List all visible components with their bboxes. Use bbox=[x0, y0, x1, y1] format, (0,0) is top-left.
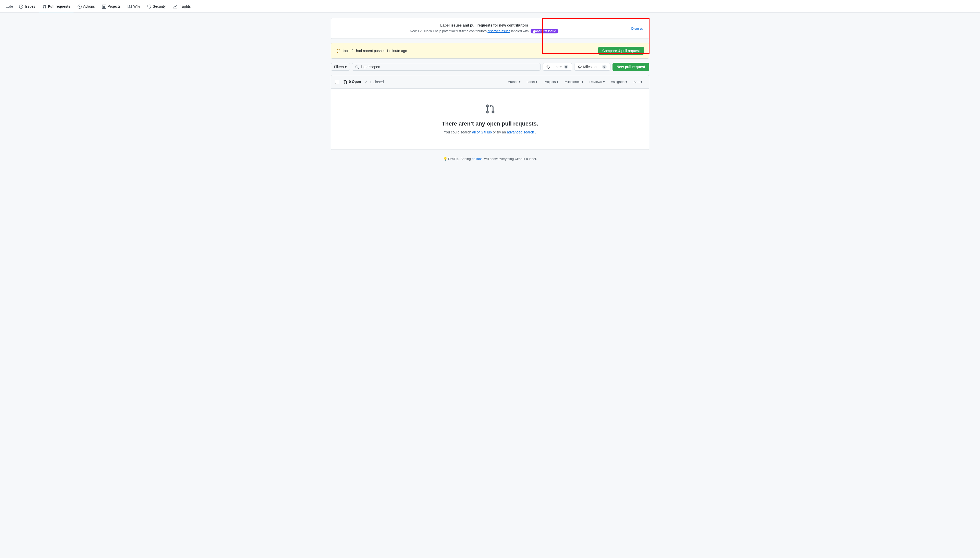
protip-desc-end: will show everything without a label. bbox=[484, 157, 537, 161]
chevron-down-icon: ▾ bbox=[556, 80, 558, 84]
nav-actions-label: Actions bbox=[83, 4, 95, 8]
nav-security-label: Security bbox=[153, 4, 166, 8]
push-banner-left: topic-2 had recent pushes 1 minute ago bbox=[336, 48, 407, 53]
nav-item-wiki[interactable]: Wiki bbox=[125, 1, 143, 12]
branch-icon bbox=[336, 48, 340, 53]
milestones-count: 0 bbox=[602, 65, 607, 69]
label-banner: Label issues and pull requests for new c… bbox=[331, 18, 649, 39]
select-all-checkbox[interactable] bbox=[335, 80, 339, 84]
nav-projects-label: Projects bbox=[108, 4, 121, 8]
nav-item-projects[interactable]: Projects bbox=[99, 1, 124, 12]
empty-state: There aren’t any open pull requests. You… bbox=[331, 89, 649, 149]
dismiss-button[interactable]: Dismiss bbox=[631, 26, 643, 30]
nav-issues-label: Issues bbox=[25, 4, 35, 8]
sort-filter[interactable]: Sort ▾ bbox=[631, 79, 645, 85]
chevron-down-icon: ▾ bbox=[536, 80, 537, 84]
pr-list: 0 Open ✓ 1 Closed Author ▾ Label ▾ Proje… bbox=[331, 75, 649, 150]
nav-insights-label: Insights bbox=[178, 4, 190, 8]
label-filter-label: Label bbox=[527, 80, 535, 84]
nav-item-insights[interactable]: Insights bbox=[170, 1, 194, 12]
play-circle-icon bbox=[77, 4, 82, 8]
pr-filters-right: Author ▾ Label ▾ Projects ▾ Milestones ▾… bbox=[505, 79, 645, 85]
milestones-filter[interactable]: Milestones ▾ bbox=[562, 79, 586, 85]
advanced-search-link[interactable]: advanced search bbox=[507, 130, 534, 134]
empty-state-desc: You could search all of GitHub or try an… bbox=[336, 130, 644, 134]
nav-ellipsis: ...de bbox=[4, 4, 15, 8]
protip-desc-start: Adding bbox=[460, 157, 472, 161]
label-tag-icon bbox=[547, 65, 550, 69]
top-navigation: ...de Issues Pull requests Actions bbox=[0, 0, 980, 13]
search-input[interactable] bbox=[361, 65, 537, 69]
label-banner-desc-start: Now, GitHub will help potential first-ti… bbox=[410, 29, 487, 33]
chevron-down-icon: ▾ bbox=[625, 80, 627, 84]
push-banner: topic-2 had recent pushes 1 minute ago C… bbox=[331, 43, 649, 59]
chevron-down-icon: ▾ bbox=[640, 80, 642, 84]
push-branch-name: topic-2 bbox=[343, 49, 353, 53]
label-filter[interactable]: Label ▾ bbox=[524, 79, 540, 85]
sort-filter-label: Sort bbox=[634, 80, 640, 84]
labels-count: 9 bbox=[564, 65, 569, 69]
nav-item-pull-requests[interactable]: Pull requests bbox=[39, 1, 74, 12]
label-banner-title: Label issues and pull requests for new c… bbox=[337, 23, 631, 27]
table-icon bbox=[102, 4, 106, 8]
milestones-button[interactable]: Milestones 0 bbox=[574, 63, 611, 71]
chevron-down-icon: ▾ bbox=[582, 80, 583, 84]
circle-dot-icon bbox=[19, 4, 23, 8]
author-filter[interactable]: Author ▾ bbox=[505, 79, 523, 85]
graph-icon bbox=[173, 4, 177, 8]
nav-item-issues[interactable]: Issues bbox=[16, 1, 38, 12]
chevron-down-icon: ▾ bbox=[603, 80, 605, 84]
new-pull-request-button[interactable]: New pull request bbox=[612, 63, 649, 71]
filters-button[interactable]: Filters ▾ bbox=[331, 63, 350, 71]
git-pull-request-icon bbox=[43, 4, 46, 8]
shield-icon bbox=[147, 4, 151, 8]
pr-open-count-label: 0 Open bbox=[349, 80, 361, 84]
empty-desc-mid: or try an bbox=[493, 130, 507, 134]
assignee-filter[interactable]: Assignee ▾ bbox=[608, 79, 630, 85]
milestones-label: Milestones bbox=[583, 65, 600, 69]
author-filter-label: Author bbox=[508, 80, 517, 84]
nav-item-security[interactable]: Security bbox=[144, 1, 169, 12]
nav-pull-requests-label: Pull requests bbox=[48, 4, 71, 8]
reviews-filter[interactable]: Reviews ▾ bbox=[587, 79, 607, 85]
lightbulb-icon: 💡 bbox=[443, 157, 447, 161]
chevron-down-icon: ▾ bbox=[519, 80, 520, 84]
pr-open-tab[interactable]: 0 Open bbox=[343, 80, 361, 84]
empty-desc-start: You could search bbox=[444, 130, 471, 134]
milestone-icon bbox=[578, 65, 582, 69]
main-content: Label issues and pull requests for new c… bbox=[327, 13, 653, 171]
reviews-filter-label: Reviews bbox=[589, 80, 602, 84]
search-bar bbox=[352, 63, 540, 71]
push-message: had recent pushes 1 minute ago bbox=[356, 49, 407, 53]
label-banner-desc-mid: labeled with bbox=[511, 29, 530, 33]
no-label-link[interactable]: no:label bbox=[472, 157, 483, 161]
empty-state-title: There aren’t any open pull requests. bbox=[336, 120, 644, 127]
assignee-filter-label: Assignee bbox=[611, 80, 624, 84]
milestones-filter-label: Milestones bbox=[565, 80, 580, 84]
empty-pr-icon bbox=[336, 104, 644, 117]
filter-bar: Filters ▾ Labels 9 bbox=[331, 63, 649, 71]
filters-label: Filters bbox=[334, 65, 344, 69]
pr-list-header: 0 Open ✓ 1 Closed Author ▾ Label ▾ Proje… bbox=[331, 75, 649, 89]
projects-filter[interactable]: Projects ▾ bbox=[541, 79, 561, 85]
nav-wiki-label: Wiki bbox=[133, 4, 140, 8]
discover-issues-link[interactable]: discover issues bbox=[488, 29, 510, 33]
labels-label: Labels bbox=[552, 65, 562, 69]
label-banner-desc: Now, GitHub will help potential first-ti… bbox=[337, 29, 631, 33]
chevron-down-icon: ▾ bbox=[345, 65, 346, 69]
pr-icon bbox=[343, 80, 347, 84]
compare-pull-request-button[interactable]: Compare & pull request bbox=[598, 47, 644, 55]
pr-closed-tab[interactable]: ✓ 1 Closed bbox=[365, 80, 384, 84]
label-banner-content: Label issues and pull requests for new c… bbox=[337, 23, 631, 33]
projects-filter-label: Projects bbox=[543, 80, 556, 84]
search-icon bbox=[355, 65, 359, 69]
labels-button[interactable]: Labels 9 bbox=[543, 63, 572, 71]
protip: 💡 ProTip! Adding no:label will show ever… bbox=[331, 152, 649, 166]
good-first-issue-badge: good first issue bbox=[530, 29, 558, 33]
pr-closed-count-label: 1 Closed bbox=[369, 80, 384, 84]
nav-item-actions[interactable]: Actions bbox=[74, 1, 98, 12]
all-github-link[interactable]: all of GitHub bbox=[472, 130, 492, 134]
protip-label: ProTip! bbox=[448, 157, 460, 161]
checkmark-icon: ✓ bbox=[365, 80, 368, 84]
book-icon bbox=[128, 4, 132, 8]
